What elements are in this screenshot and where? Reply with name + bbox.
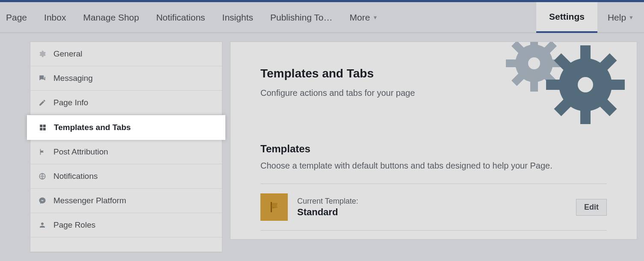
main-panel: Templates and Tabs Configure actions and… [230,42,637,240]
globe-icon [38,172,47,181]
nav-publishing-tools[interactable]: Publishing To… [270,12,333,23]
caret-down-icon: ▼ [372,15,378,21]
sidebar-item-label: Templates and Tabs [54,123,131,132]
sidebar-item-label: Page Roles [53,220,95,230]
current-template-row: Current Template: Standard Edit [260,184,607,231]
edit-template-button[interactable]: Edit [576,199,607,216]
svg-rect-17 [580,110,591,124]
nav-settings-label: Settings [549,12,585,22]
sidebar-item-label: Messaging [53,74,93,83]
hero: Templates and Tabs Configure actions and… [230,42,637,128]
content-area: General Messaging Page Info Templates an… [0,33,644,252]
svg-rect-8 [506,59,516,67]
sidebar-item-messaging[interactable]: Messaging [30,66,222,91]
sidebar-item-page-info[interactable]: Page Info [30,91,222,115]
templates-desc: Choose a template with default buttons a… [260,161,607,171]
nav-help-label: Help [608,12,626,23]
nav-manage-shop[interactable]: Manage Shop [83,12,139,23]
chat-icon [38,74,47,83]
svg-rect-3 [43,128,46,130]
sidebar-item-label: Page Info [53,98,88,107]
nav-inbox[interactable]: Inbox [44,12,66,23]
nav-more-label: More [350,12,370,23]
gear-icon [38,50,47,58]
svg-rect-16 [580,45,591,59]
nav-insights[interactable]: Insights [222,12,253,23]
svg-point-24 [578,77,593,92]
sidebar-item-messenger-platform[interactable]: Messenger Platform [30,189,222,213]
sidebar-item-notifications[interactable]: Notifications [30,164,222,189]
sidebar-item-general[interactable]: General [30,42,222,66]
svg-rect-19 [611,80,625,90]
templates-heading: Templates [260,143,607,155]
sidebar-item-page-roles[interactable]: Page Roles [30,213,222,237]
nav-left: Page Inbox Manage Shop Notifications Ins… [0,12,378,23]
svg-rect-6 [530,42,538,45]
svg-rect-1 [43,125,46,127]
svg-rect-0 [40,125,42,127]
settings-sidebar: General Messaging Page Info Templates an… [30,42,222,252]
current-template-name: Standard [297,207,567,218]
caret-down-icon: ▼ [629,15,634,21]
sidebar-item-label: General [53,49,83,59]
current-template-label: Current Template: [297,197,567,206]
sidebar-item-label: Notifications [53,172,98,181]
grid-icon [38,123,47,132]
sidebar-item-cutoff[interactable] [30,237,222,252]
nav-help[interactable]: Help ▼ [608,2,644,33]
template-flag-icon [260,193,288,221]
pencil-icon [38,98,47,107]
sidebar-item-label: Messenger Platform [53,196,126,205]
svg-rect-2 [40,128,42,130]
templates-section: Templates Choose a template with default… [230,128,637,239]
person-icon [38,221,47,229]
gears-icon [491,42,628,128]
svg-point-14 [528,57,540,69]
svg-rect-18 [546,80,560,90]
nav-settings[interactable]: Settings [536,2,597,33]
sidebar-item-post-attribution[interactable]: Post Attribution [30,140,222,164]
sidebar-item-templates-tabs[interactable]: Templates and Tabs [27,115,225,140]
flag-icon [38,148,47,156]
nav-right: Settings Help ▼ [536,2,644,33]
unknown-icon [38,239,47,248]
top-nav: Page Inbox Manage Shop Notifications Ins… [0,2,644,33]
svg-rect-7 [530,81,538,92]
sidebar-item-label: Post Attribution [53,147,108,157]
messenger-icon [38,196,47,205]
nav-notifications[interactable]: Notifications [156,12,205,23]
nav-page[interactable]: Page [6,12,27,23]
nav-more[interactable]: More ▼ [350,12,378,23]
template-info: Current Template: Standard [297,197,567,218]
